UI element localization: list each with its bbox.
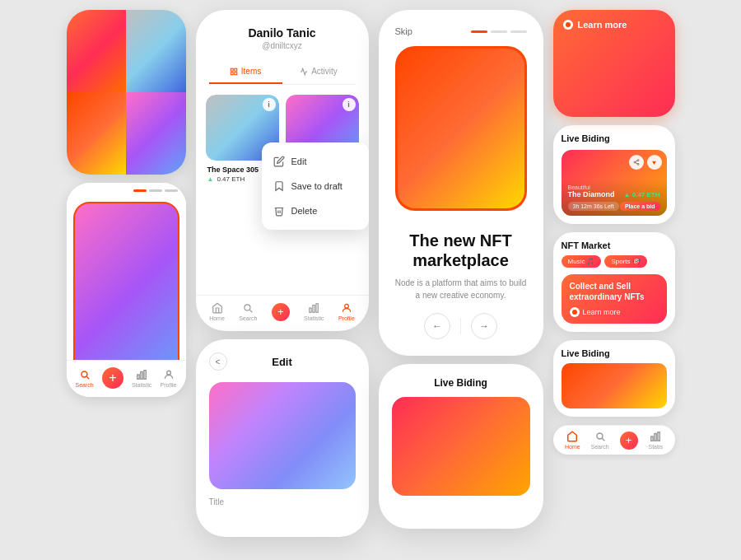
profile-nav-home[interactable]: Home — [209, 302, 225, 321]
context-edit[interactable]: Edit — [262, 149, 369, 174]
top-banner: Learn more — [553, 10, 675, 117]
category-tags: Music 🎵 Sports 🎯 — [562, 255, 667, 268]
onboarding-phone: Skip The new NFT marketplace Node is a p… — [379, 10, 543, 356]
context-save-draft[interactable]: Save to draft — [262, 174, 369, 198]
nft-info-btn-2[interactable]: i — [343, 98, 356, 111]
learn-more-label[interactable]: Learn more — [578, 20, 627, 30]
right-nav-statistic[interactable]: Statis — [648, 431, 663, 450]
nft-thumb-1 — [67, 10, 127, 92]
nft-market-title: NFT Market — [562, 240, 667, 250]
onboarding-navigation: ← → — [395, 313, 527, 339]
svg-point-5 — [166, 371, 170, 375]
profile-handle: @dniltcxyz — [209, 41, 356, 50]
svg-rect-4 — [144, 370, 146, 379]
right-live-section: Live Biding ♥ Beautiful The Diamond ▲ 0.… — [553, 125, 675, 224]
nft-market-section: NFT Market Music 🎵 Sports 🎯 Collect and … — [553, 232, 675, 332]
right-nav-search[interactable]: Search — [591, 431, 609, 450]
svg-point-10 — [245, 305, 250, 310]
nav-search[interactable]: Search — [76, 369, 94, 388]
live-biding-2-image — [562, 363, 667, 408]
right-nav-home[interactable]: Home — [565, 431, 580, 450]
eth-arrow-1: ▲ — [207, 175, 214, 183]
share-button[interactable] — [629, 155, 644, 170]
right-column: Learn more Live Biding ♥ Beautiful The D… — [553, 10, 675, 550]
onboarding-nft-image — [395, 46, 527, 211]
right-live-biding-2: Live Biding — [553, 340, 675, 417]
onboarding-dots — [471, 30, 527, 33]
live-biding-phone: Live Biding — [379, 364, 543, 529]
collect-learn-dot — [570, 307, 580, 317]
place-bid-button[interactable]: Place a bid — [620, 202, 660, 211]
svg-rect-3 — [141, 371, 142, 379]
live-biding-section-title: Live Biding — [562, 133, 667, 143]
learn-more-row: Learn more — [563, 20, 665, 30]
nft-thumb-2 — [126, 10, 186, 92]
prev-arrow[interactable]: ← — [424, 313, 450, 339]
svg-point-21 — [597, 433, 603, 439]
skip-button[interactable]: Skip — [395, 26, 412, 36]
nft-card-1-price: ▲ 0.47 ETH — [207, 175, 245, 183]
svg-rect-13 — [313, 306, 315, 313]
pagination-dot-3 — [165, 189, 178, 192]
left-bottom-phone: Search + Statistic Profile — [67, 183, 186, 397]
collect-learn-more: Learn more — [570, 307, 659, 317]
music-tag[interactable]: Music 🎵 — [562, 255, 602, 268]
svg-point-15 — [345, 304, 349, 308]
nft-info-btn-1[interactable]: i — [263, 98, 276, 111]
sports-tag[interactable]: Sports 🎯 — [604, 255, 646, 268]
collect-banner: Collect and Sell extraordinary NFTs Lear… — [562, 274, 667, 324]
svg-line-20 — [635, 161, 636, 161]
collect-learn-text[interactable]: Learn more — [583, 308, 621, 316]
nav-divider — [460, 318, 461, 334]
learn-dot-icon — [563, 20, 573, 30]
bid-info-label: Beautiful — [568, 184, 660, 190]
profile-nav-statistic[interactable]: Statistic — [304, 302, 324, 321]
svg-point-17 — [634, 161, 636, 163]
profile-nav-add[interactable]: + — [272, 303, 290, 321]
right-nav-add[interactable]: + — [620, 432, 638, 450]
tab-items[interactable]: Items — [209, 60, 282, 84]
timer-badge: 3h 12m 36s Left — [568, 202, 619, 211]
live-biding-image — [392, 397, 530, 496]
profile-nav-profile[interactable]: Profile — [338, 302, 355, 321]
bottom-nav-bar: Search + Statistic Profile — [67, 360, 186, 397]
tab-activity[interactable]: Activity — [282, 60, 356, 84]
pagination-dot-2 — [149, 189, 162, 192]
nav-add-button[interactable]: + — [102, 367, 124, 389]
left-top-phone — [67, 10, 186, 175]
nav-profile[interactable]: Profile — [161, 369, 177, 388]
onboarding-description: Node is a platform that aims to build a … — [395, 277, 527, 301]
context-delete[interactable]: Delete — [262, 198, 369, 223]
bid-info-price: ▲ 0.47 ETH — [624, 191, 660, 198]
nav-statistic[interactable]: Statistic — [132, 369, 152, 388]
onboarding-dot-3 — [510, 30, 527, 33]
next-arrow[interactable]: → — [471, 313, 497, 339]
svg-rect-9 — [235, 72, 237, 74]
profile-phone: Danilo Tanic @dniltcxyz Items Activity i… — [196, 10, 369, 331]
svg-rect-7 — [235, 68, 237, 71]
svg-rect-25 — [658, 432, 659, 441]
edit-header: < Edit — [209, 352, 356, 371]
svg-rect-14 — [316, 304, 318, 313]
context-menu: Edit Save to draft Delete — [262, 142, 369, 230]
svg-line-19 — [635, 163, 636, 164]
svg-rect-8 — [231, 72, 233, 74]
live-biding-title: Live Biding — [434, 377, 487, 389]
onboarding-dot-1 — [471, 30, 487, 33]
back-button[interactable]: < — [209, 352, 227, 371]
svg-rect-2 — [137, 375, 139, 379]
svg-line-22 — [602, 438, 604, 441]
left-column: Search + Statistic Profile — [67, 10, 186, 550]
svg-line-11 — [250, 310, 253, 312]
edit-field-label: Title — [209, 497, 356, 506]
onboarding-title: The new NFT marketplace — [395, 231, 527, 270]
right-nav-bar: Home Search + Statis — [553, 425, 675, 455]
bid-info-name: The Diamond — [568, 190, 615, 198]
profile-nav-search[interactable]: Search — [239, 302, 257, 321]
svg-point-18 — [637, 163, 639, 165]
live-biding-2-title: Live Biding — [562, 348, 667, 358]
like-button[interactable]: ♥ — [647, 155, 662, 170]
nft-thumb-3 — [67, 92, 127, 175]
profile-tabs: Items Activity — [209, 60, 356, 85]
svg-rect-6 — [231, 68, 233, 71]
